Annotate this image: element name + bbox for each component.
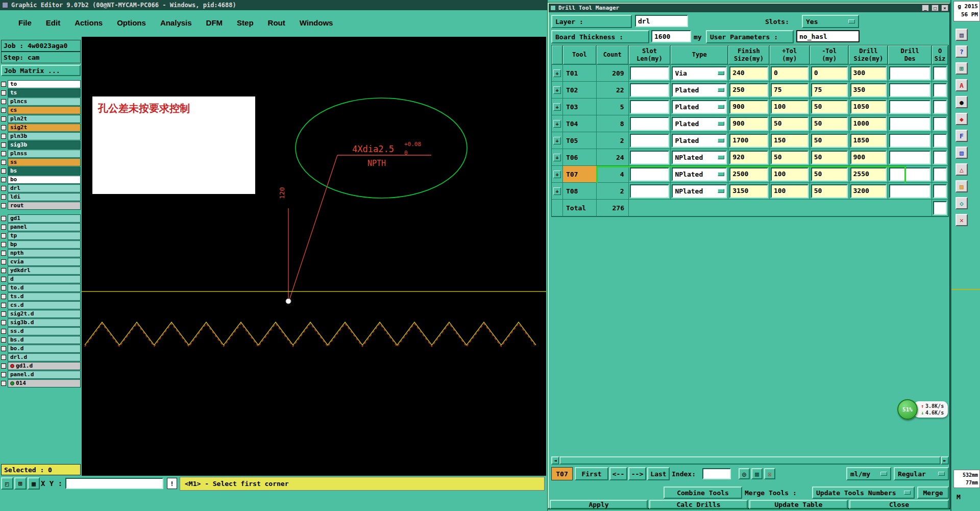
o-size-input[interactable] — [933, 184, 947, 198]
drill-des-input[interactable] — [889, 184, 930, 198]
layer-checkbox[interactable] — [1, 329, 6, 334]
drill-size-input[interactable]: 2550 — [850, 167, 887, 181]
layer-row[interactable]: drl — [1, 184, 81, 192]
layer-name[interactable]: ldi — [8, 193, 81, 201]
type-dropdown[interactable]: Via — [672, 66, 727, 80]
layer-name[interactable]: gd1 — [8, 214, 81, 223]
drill-des-input[interactable] — [889, 100, 930, 114]
layer-name[interactable]: d — [8, 275, 81, 283]
layer-row[interactable]: sig3b.d — [1, 319, 81, 327]
minus-tol-input[interactable]: 50 — [811, 134, 848, 148]
plus-tol-input[interactable]: 100 — [771, 184, 808, 198]
tool-id[interactable]: T03 — [563, 99, 597, 115]
layer-name[interactable]: bs.d — [8, 336, 81, 344]
layer-checkbox[interactable] — [1, 303, 6, 308]
layer-checkbox[interactable] — [1, 216, 6, 221]
tool-id[interactable]: T02 — [563, 82, 597, 99]
o-size-input[interactable] — [933, 151, 947, 164]
maximize-button[interactable]: □ — [932, 5, 939, 11]
layer-checkbox[interactable] — [1, 268, 6, 273]
first-button[interactable]: First — [575, 467, 608, 480]
slot-len-input[interactable] — [630, 117, 670, 131]
horizontal-scrollbar[interactable]: ◄ ► — [551, 456, 949, 465]
layer-name[interactable]: ss.d — [8, 327, 81, 335]
toolbar-icon[interactable]: ✕ — [955, 214, 968, 226]
layer-row[interactable]: sig2t.d — [1, 310, 81, 318]
minus-tol-input[interactable]: 50 — [811, 117, 848, 131]
menu-item[interactable]: Step — [230, 16, 261, 29]
layer-checkbox[interactable] — [1, 259, 6, 264]
layer-row[interactable]: tp — [1, 232, 81, 240]
o-size-input[interactable] — [933, 167, 947, 181]
o-size-input[interactable] — [933, 134, 947, 148]
layer-name[interactable]: 014 — [8, 379, 81, 387]
layer-name[interactable]: npth — [8, 249, 81, 257]
type-dropdown[interactable]: Plated — [672, 134, 727, 148]
layer-row[interactable]: 014 — [1, 379, 81, 387]
drill-size-input[interactable]: 3200 — [850, 184, 887, 198]
toolbar-icon[interactable]: ▧ — [955, 147, 968, 159]
last-button[interactable]: Last — [647, 467, 670, 480]
layer-name[interactable]: ss — [8, 158, 81, 166]
type-dropdown[interactable]: Plated — [672, 100, 727, 114]
layer-name[interactable]: plncs — [8, 98, 81, 106]
user-parameters-input[interactable]: no_hasl — [796, 30, 860, 42]
layer-checkbox[interactable] — [1, 355, 6, 360]
o-size-input[interactable] — [933, 117, 947, 131]
slot-len-input[interactable] — [630, 66, 670, 80]
layer-name[interactable]: sig3b — [8, 141, 81, 149]
drill-size-input[interactable]: 900 — [850, 151, 887, 164]
slot-len-input[interactable] — [630, 134, 670, 148]
next-button[interactable]: --> — [628, 467, 646, 480]
layer-checkbox[interactable] — [1, 82, 6, 87]
plus-tol-input[interactable]: 100 — [771, 167, 808, 181]
menu-item[interactable]: File — [11, 16, 39, 29]
type-dropdown[interactable]: Plated — [672, 83, 727, 97]
o-size-input[interactable] — [933, 66, 947, 80]
layer-checkbox[interactable] — [1, 177, 6, 182]
prev-button[interactable]: <-- — [609, 467, 627, 480]
toolbar-icon[interactable]: ▨ — [955, 180, 968, 192]
layer-name[interactable]: sig3b.d — [8, 319, 81, 327]
add-tool-button[interactable]: + — [553, 171, 561, 178]
layer-name[interactable]: bo.d — [8, 345, 81, 353]
slot-len-input[interactable] — [630, 100, 670, 114]
layer-name[interactable]: plnss — [8, 150, 81, 158]
layer-row[interactable]: plnss — [1, 150, 81, 158]
index-input[interactable] — [702, 468, 731, 479]
layer-name[interactable]: ts — [8, 89, 81, 97]
layer-checkbox[interactable] — [1, 251, 6, 256]
layer-row[interactable]: sig3b — [1, 141, 81, 149]
menu-item[interactable]: Rout — [261, 16, 292, 29]
close-window-button[interactable]: × — [941, 5, 948, 11]
update-tools-numbers-dropdown[interactable]: Update Tools Numbers — [812, 486, 915, 499]
minus-tol-input[interactable]: 50 — [811, 184, 848, 198]
finish-size-input[interactable]: 920 — [729, 151, 768, 164]
drill-des-input[interactable] — [889, 66, 930, 80]
layer-checkbox[interactable] — [1, 134, 6, 139]
layer-name[interactable]: gd1.d — [8, 362, 81, 370]
add-tool-button[interactable]: + — [553, 69, 561, 77]
units-dropdown[interactable]: ml/my — [846, 467, 891, 480]
tool-icon[interactable]: ☒ — [764, 468, 775, 479]
layer-row[interactable]: cs — [1, 106, 81, 114]
layer-checkbox[interactable] — [1, 277, 6, 282]
layer-name[interactable]: tp — [8, 232, 81, 240]
layer-checkbox[interactable] — [1, 99, 6, 104]
layer-row[interactable]: drl.d — [1, 353, 81, 361]
layer-checkbox[interactable] — [1, 203, 6, 208]
menu-item[interactable]: Actions — [67, 16, 110, 29]
layer-name[interactable]: sig2t — [8, 124, 81, 132]
layer-name[interactable]: bo — [8, 176, 81, 184]
calc-drills-button[interactable]: Calc Drills — [649, 500, 748, 509]
type-dropdown[interactable]: NPlated — [672, 184, 727, 198]
layer-name[interactable]: pln2t — [8, 115, 81, 123]
plus-tol-input[interactable]: 100 — [771, 100, 808, 114]
layer-checkbox[interactable] — [1, 225, 6, 230]
layer-checkbox[interactable] — [1, 186, 6, 191]
drill-size-input[interactable]: 350 — [850, 83, 887, 97]
layer-row[interactable]: d — [1, 275, 81, 283]
minus-tol-input[interactable]: 0 — [811, 66, 848, 80]
layer-row[interactable]: panel — [1, 223, 81, 231]
layer-name[interactable]: bs — [8, 167, 81, 175]
